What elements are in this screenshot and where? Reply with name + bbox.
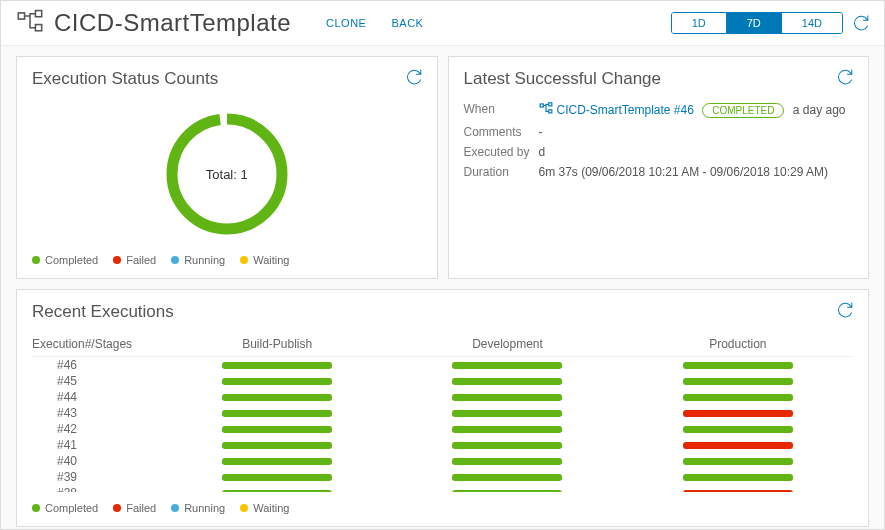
table-row[interactable]: #46 <box>32 357 853 373</box>
status-bar <box>452 410 562 417</box>
table-row[interactable]: #40 <box>32 453 853 469</box>
status-bar <box>222 378 332 385</box>
page-title: CICD-SmartTemplate <box>54 9 291 37</box>
stage-cell <box>162 490 392 493</box>
time-range-selector: 1D7D14D <box>671 12 843 34</box>
refresh-icon[interactable] <box>406 69 422 88</box>
header-right: 1D7D14D <box>671 12 869 34</box>
svg-rect-2 <box>35 25 41 31</box>
clone-button[interactable]: CLONE <box>326 17 366 29</box>
stage-cell <box>162 442 392 449</box>
when-row: When CICD-SmartTemplate #46 COMPLETED a … <box>464 99 854 122</box>
legend-label: Completed <box>45 502 98 514</box>
legend-dot-icon <box>171 504 179 512</box>
legend-item: Running <box>171 254 225 266</box>
range-7d[interactable]: 7D <box>727 13 782 33</box>
table-row[interactable]: #44 <box>32 389 853 405</box>
status-bar <box>222 474 332 481</box>
stage-cell <box>392 362 622 369</box>
status-bar <box>452 458 562 465</box>
execution-id: #40 <box>32 454 162 468</box>
status-bar <box>452 426 562 433</box>
status-bar <box>683 362 793 369</box>
status-bar <box>683 490 793 493</box>
status-bar <box>222 410 332 417</box>
refresh-icon[interactable] <box>853 15 869 31</box>
legend-dot-icon <box>240 256 248 264</box>
table-row[interactable]: #42 <box>32 421 853 437</box>
table-row[interactable]: #38 <box>32 485 853 492</box>
back-button[interactable]: BACK <box>391 17 423 29</box>
stage-cell <box>392 394 622 401</box>
range-14d[interactable]: 14D <box>782 13 842 33</box>
stage-cell <box>623 378 853 385</box>
main-content: Execution Status Counts Total: 1 Complet… <box>1 46 884 530</box>
refresh-icon[interactable] <box>837 302 853 321</box>
stage-cell <box>623 458 853 465</box>
legend-item: Completed <box>32 254 98 266</box>
status-counts-card: Execution Status Counts Total: 1 Complet… <box>16 56 438 279</box>
status-bar <box>452 394 562 401</box>
recent-legend: CompletedFailedRunningWaiting <box>32 502 853 514</box>
duration-value: 6m 37s (09/06/2018 10:21 AM - 09/06/2018… <box>539 165 854 179</box>
card-title: Latest Successful Change <box>464 69 854 89</box>
status-bar <box>222 362 332 369</box>
stage-cell <box>162 362 392 369</box>
status-bar <box>222 458 332 465</box>
legend-label: Completed <box>45 254 98 266</box>
stage-cell <box>392 490 622 493</box>
execution-link[interactable]: CICD-SmartTemplate #46 <box>557 103 694 117</box>
card-title: Recent Executions <box>32 302 853 322</box>
stage-cell <box>623 410 853 417</box>
status-bar <box>452 378 562 385</box>
when-value: CICD-SmartTemplate #46 COMPLETED a day a… <box>539 102 854 119</box>
refresh-icon[interactable] <box>837 69 853 88</box>
table-row[interactable]: #45 <box>32 373 853 389</box>
legend-label: Running <box>184 502 225 514</box>
execution-id: #44 <box>32 390 162 404</box>
legend-dot-icon <box>32 504 40 512</box>
legend-item: Running <box>171 502 225 514</box>
status-bar <box>683 474 793 481</box>
executed-row: Executed by d <box>464 142 854 162</box>
stage-cell <box>392 378 622 385</box>
latest-change-card: Latest Successful Change When CICD-Smart… <box>448 56 870 279</box>
legend-label: Failed <box>126 254 156 266</box>
stage-cell <box>392 458 622 465</box>
legend-item: Failed <box>113 254 156 266</box>
table-row[interactable]: #43 <box>32 405 853 421</box>
stage-header: Build-Publish <box>162 337 392 351</box>
status-bar <box>683 458 793 465</box>
legend-label: Failed <box>126 502 156 514</box>
table-header: Execution#/Stages Build-Publish Developm… <box>32 332 853 357</box>
legend-item: Failed <box>113 502 156 514</box>
legend-item: Completed <box>32 502 98 514</box>
stage-cell <box>392 426 622 433</box>
comments-value: - <box>539 125 854 139</box>
stage-cell <box>162 426 392 433</box>
legend-label: Running <box>184 254 225 266</box>
status-bar <box>452 490 562 493</box>
svg-rect-6 <box>548 110 551 113</box>
legend-dot-icon <box>240 504 248 512</box>
table-row[interactable]: #39 <box>32 469 853 485</box>
status-bar <box>222 394 332 401</box>
status-bar <box>452 442 562 449</box>
legend-label: Waiting <box>253 502 289 514</box>
comments-label: Comments <box>464 125 539 139</box>
stage-cell <box>623 362 853 369</box>
legend-item: Waiting <box>240 502 289 514</box>
status-bar <box>683 394 793 401</box>
execution-id: #43 <box>32 406 162 420</box>
range-1d[interactable]: 1D <box>672 13 727 33</box>
stage-cell <box>162 410 392 417</box>
svg-rect-4 <box>540 104 543 107</box>
executions-scroll[interactable]: #46#45#44#43#42#41#40#39#38#37 <box>32 357 853 492</box>
comments-row: Comments - <box>464 122 854 142</box>
pipeline-icon <box>539 102 553 119</box>
table-row[interactable]: #41 <box>32 437 853 453</box>
stage-cell <box>623 426 853 433</box>
recent-executions-card: Recent Executions Execution#/Stages Buil… <box>16 289 869 527</box>
status-bar <box>452 362 562 369</box>
legend-dot-icon <box>32 256 40 264</box>
